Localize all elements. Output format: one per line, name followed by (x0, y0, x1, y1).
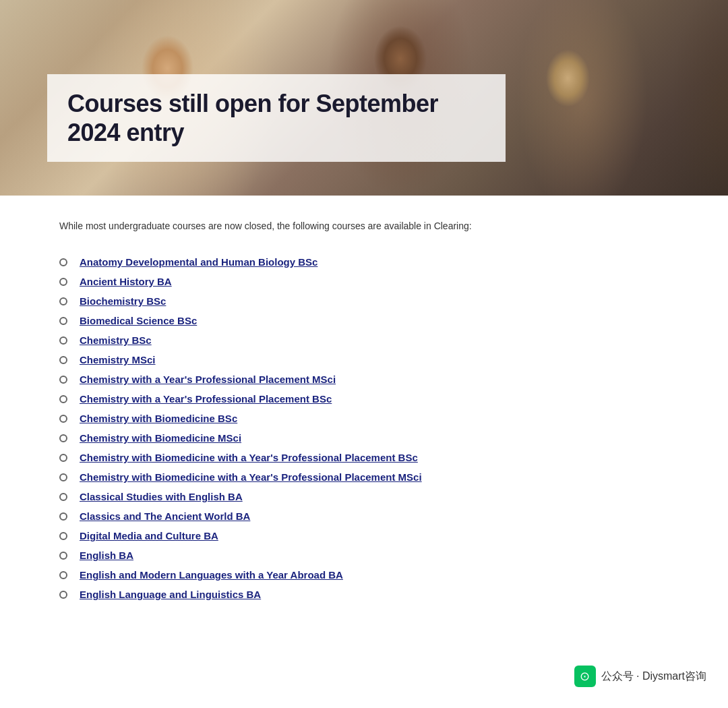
list-item: Biomedical Science BSc (59, 311, 669, 330)
bullet-icon (59, 512, 67, 521)
course-list: Anatomy Developmental and Human Biology … (59, 252, 669, 604)
bullet-icon (59, 395, 67, 403)
bullet-icon (59, 317, 67, 325)
list-item: English Language and Linguistics BA (59, 585, 669, 604)
course-link[interactable]: Classical Studies with English BA (80, 491, 243, 502)
bullet-icon (59, 473, 67, 481)
list-item: Ancient History BA (59, 272, 669, 291)
course-link[interactable]: Ancient History BA (80, 276, 172, 287)
bullet-icon (59, 493, 67, 501)
course-link[interactable]: Chemistry with Biomedicine with a Year's… (80, 471, 422, 483)
course-link[interactable]: Chemistry BSc (80, 334, 152, 346)
course-link[interactable]: Chemistry with Biomedicine with a Year's… (80, 452, 418, 463)
intro-paragraph: While most undergraduate courses are now… (59, 219, 669, 233)
list-item: Chemistry with a Year's Professional Pla… (59, 370, 669, 389)
list-item: Chemistry MSci (59, 350, 669, 370)
wechat-icon: ⊙ (574, 666, 596, 687)
list-item: English and Modern Languages with a Year… (59, 565, 669, 585)
list-item: Chemistry with Biomedicine MSci (59, 428, 669, 448)
bullet-icon (59, 278, 67, 286)
bullet-icon (59, 571, 67, 579)
course-link[interactable]: Chemistry MSci (80, 354, 156, 365)
bullet-icon (59, 376, 67, 384)
list-item: Chemistry with Biomedicine with a Year's… (59, 448, 669, 467)
course-link[interactable]: English and Modern Languages with a Year… (80, 569, 343, 581)
bullet-icon (59, 552, 67, 560)
bullet-icon (59, 434, 67, 442)
hero-title-box: Courses still open for September 2024 en… (47, 74, 506, 162)
list-item: Classical Studies with English BA (59, 487, 669, 506)
bullet-icon (59, 356, 67, 364)
bullet-icon (59, 591, 67, 599)
list-item: Chemistry with Biomedicine BSc (59, 409, 669, 428)
course-link[interactable]: Chemistry with Biomedicine BSc (80, 413, 237, 424)
course-link[interactable]: Chemistry with a Year's Professional Pla… (80, 393, 332, 405)
hero-title: Courses still open for September 2024 en… (67, 89, 485, 147)
course-link[interactable]: English BA (80, 550, 133, 561)
watermark-text: 公众号 · Diysmart咨询 (601, 670, 706, 684)
course-link[interactable]: Biochemistry BSc (80, 295, 166, 307)
list-item: Chemistry with Biomedicine with a Year's… (59, 467, 669, 487)
list-item: Digital Media and Culture BA (59, 526, 669, 545)
list-item: Chemistry with a Year's Professional Pla… (59, 389, 669, 409)
course-link[interactable]: Biomedical Science BSc (80, 315, 197, 326)
list-item: Chemistry BSc (59, 330, 669, 350)
bullet-icon (59, 336, 67, 345)
hero-section: Courses still open for September 2024 en… (0, 0, 728, 196)
course-link[interactable]: Digital Media and Culture BA (80, 530, 218, 541)
course-link[interactable]: English Language and Linguistics BA (80, 589, 261, 600)
bullet-icon (59, 532, 67, 540)
watermark: ⊙ 公众号 · Diysmart咨询 (566, 661, 715, 691)
bullet-icon (59, 454, 67, 462)
course-link[interactable]: Classics and The Ancient World BA (80, 510, 250, 522)
course-link[interactable]: Chemistry with Biomedicine MSci (80, 432, 241, 444)
list-item: Anatomy Developmental and Human Biology … (59, 252, 669, 272)
main-content: While most undergraduate courses are now… (0, 196, 728, 631)
bullet-icon (59, 258, 67, 266)
bullet-icon (59, 297, 67, 305)
list-item: English BA (59, 545, 669, 565)
course-link[interactable]: Anatomy Developmental and Human Biology … (80, 256, 317, 268)
bullet-icon (59, 415, 67, 423)
list-item: Biochemistry BSc (59, 291, 669, 311)
list-item: Classics and The Ancient World BA (59, 506, 669, 526)
course-link[interactable]: Chemistry with a Year's Professional Pla… (80, 374, 336, 385)
